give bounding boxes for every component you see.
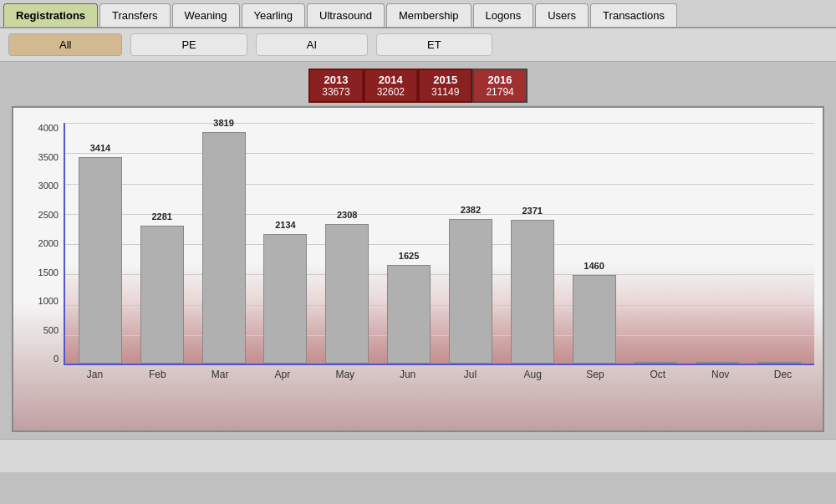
tab-transfers[interactable]: Transfers (99, 3, 170, 27)
bar-oct (634, 362, 677, 364)
bar-group-nov (686, 123, 748, 364)
bar-mar: 3819 (202, 132, 246, 364)
bar-group-apr: 2134 (254, 123, 316, 364)
y-axis-labels: 05001000150020002500300035004000 (25, 123, 59, 364)
y-label: 3000 (25, 181, 59, 191)
bar-group-may: 2308 (316, 123, 378, 364)
x-label-sep: Sep (564, 369, 627, 380)
bar-jul: 2382 (449, 219, 492, 364)
bar-group-dec (748, 123, 810, 364)
bars-row: 341422813819213423081625238223711460 (65, 123, 814, 364)
bar-value-label: 2371 (522, 206, 542, 216)
x-label-nov: Nov (689, 369, 752, 380)
bar-apr: 2134 (263, 234, 307, 364)
bar-group-jun: 1625 (378, 123, 440, 364)
y-label: 2000 (25, 238, 59, 248)
bar-value-label: 2134 (275, 220, 295, 230)
sub-tab-et[interactable]: ET (376, 33, 492, 56)
bar-value-label: 2308 (337, 210, 357, 220)
bar-value-label: 3414 (90, 143, 110, 153)
x-label-apr: Apr (251, 369, 314, 380)
bar-value-label: 2281 (151, 211, 171, 221)
x-label-dec: Dec (752, 369, 814, 380)
year-btn-2016[interactable]: 201621794 (472, 69, 527, 103)
bottom-panel (0, 439, 836, 472)
bar-feb: 2281 (140, 226, 184, 364)
x-label-may: May (314, 369, 376, 380)
bar-group-sep: 1460 (563, 123, 625, 364)
bar-value-label: 3819 (213, 118, 233, 128)
y-label: 0 (25, 354, 59, 364)
bar-group-jul: 2382 (440, 123, 502, 364)
tab-logons[interactable]: Logons (473, 3, 534, 27)
bar-value-label: 1625 (399, 251, 419, 261)
x-label-jan: Jan (64, 369, 126, 380)
sub-tab-ai[interactable]: AI (256, 33, 368, 56)
tab-registrations[interactable]: Registrations (3, 3, 98, 27)
x-label-feb: Feb (126, 369, 189, 380)
tab-bar: RegistrationsTransfersWeaningYearlingUlt… (0, 0, 836, 28)
bar-value-label: 2382 (461, 205, 481, 215)
bar-group-feb: 2281 (131, 123, 193, 364)
tab-yearling[interactable]: Yearling (242, 3, 306, 27)
x-label-jun: Jun (376, 369, 439, 380)
bar-nov (696, 362, 739, 364)
x-label-aug: Aug (502, 369, 564, 380)
sub-tab-all[interactable]: All (8, 33, 122, 56)
tab-membership[interactable]: Membership (386, 3, 472, 27)
bar-group-jan: 3414 (69, 123, 131, 364)
year-btn-2014[interactable]: 201432602 (364, 69, 418, 103)
year-selector: 201333673201432602201531149201621794 (0, 69, 836, 103)
bar-value-label: 1460 (584, 261, 604, 271)
y-label: 4000 (25, 123, 59, 133)
bar-jun: 1625 (387, 265, 431, 364)
tab-weaning[interactable]: Weaning (172, 3, 240, 27)
y-label: 1000 (25, 296, 59, 306)
bar-group-oct (624, 123, 686, 364)
tab-users[interactable]: Users (535, 3, 589, 27)
tab-transactions[interactable]: Transactions (590, 3, 677, 27)
y-label: 2500 (25, 210, 59, 220)
y-label: 1500 (25, 267, 59, 277)
tab-ultrasound[interactable]: Ultrasound (307, 3, 385, 27)
y-label: 500 (25, 325, 59, 335)
bar-group-mar: 3819 (193, 123, 255, 364)
sub-tab-bar: AllPEAIET (0, 28, 836, 62)
sub-tab-pe[interactable]: PE (130, 33, 247, 56)
year-btn-2015[interactable]: 201531149 (418, 69, 472, 103)
bar-aug: 2371 (511, 220, 554, 364)
chart-area: 0500100015002000250030003500400034142281… (64, 123, 814, 365)
bar-may: 2308 (325, 224, 369, 364)
x-label-jul: Jul (439, 369, 502, 380)
bar-dec (757, 362, 801, 364)
year-btn-2013[interactable]: 201333673 (308, 69, 363, 103)
y-label: 3500 (25, 152, 59, 162)
chart-container: 0500100015002000250030003500400034142281… (12, 106, 824, 432)
x-label-oct: Oct (626, 369, 689, 380)
bar-group-aug: 2371 (502, 123, 563, 364)
x-label-mar: Mar (189, 369, 252, 380)
bar-sep: 1460 (573, 275, 616, 364)
bar-jan: 3414 (79, 157, 122, 364)
